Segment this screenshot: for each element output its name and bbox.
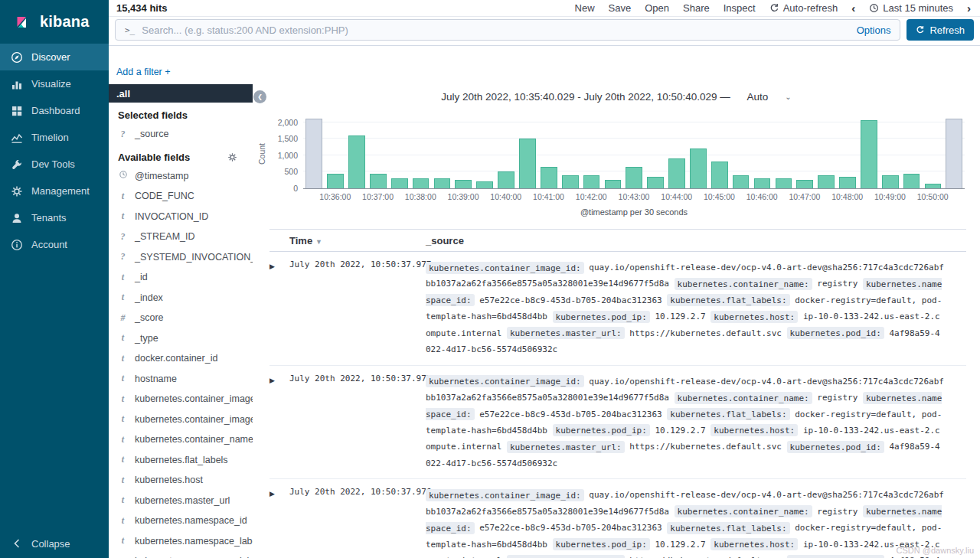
histogram-bar[interactable]	[562, 175, 579, 188]
histogram-bar[interactable]	[391, 178, 408, 188]
management-icon	[11, 185, 23, 197]
options-button[interactable]: Options	[857, 24, 891, 36]
histogram-bar[interactable]	[668, 158, 685, 188]
histogram-bar[interactable]	[498, 171, 514, 188]
field-item-kubernetes.flat_labels[interactable]: tkubernetes.flat_labels	[109, 450, 253, 471]
source-field-key: kubernetes.pod_ip:	[553, 311, 650, 323]
field-item-kubernetes.master_url[interactable]: tkubernetes.master_url	[109, 491, 253, 511]
histogram-bar[interactable]	[796, 180, 813, 188]
histogram-bar[interactable]	[903, 174, 920, 188]
watermark: CSDN @dawnsky.liu	[897, 546, 974, 555]
histogram-bar[interactable]	[455, 180, 472, 188]
histogram-bar[interactable]	[818, 175, 835, 188]
field-item-kubernetes.container_image...[interactable]: tkubernetes.container_image...	[109, 410, 253, 430]
histogram-bar[interactable]	[605, 180, 622, 188]
histogram-bar[interactable]	[647, 177, 664, 188]
histogram-bar[interactable]	[626, 167, 642, 188]
new-menu-button[interactable]: New	[575, 2, 595, 14]
field-name: INVOCATION_ID	[135, 211, 208, 222]
histogram-bar[interactable]	[839, 177, 856, 188]
sidebar-item-account[interactable]: Account	[0, 231, 109, 258]
histogram-bar[interactable]	[583, 175, 600, 188]
field-item-@timestamp[interactable]: @timestamp	[109, 166, 253, 187]
add-filter-button[interactable]: Add a filter +	[116, 67, 171, 77]
histogram-bar[interactable]	[733, 175, 750, 188]
refresh-button[interactable]: Refresh	[906, 19, 974, 41]
selected-fields-heading: Selected fields	[109, 103, 253, 124]
field-item-_STREAM_ID[interactable]: ?_STREAM_ID	[109, 227, 253, 247]
sidebar-item-management[interactable]: Management	[0, 178, 109, 204]
sidebar-item-timelion[interactable]: Timelion	[0, 124, 109, 151]
source-field-key: kubernetes.master_url:	[507, 555, 625, 558]
collapse-nav-button[interactable]: Collapse	[0, 529, 109, 558]
time-picker-button[interactable]: Last 15 minutes	[869, 2, 953, 14]
field-item-_index[interactable]: t_index	[109, 288, 253, 308]
sidebar-item-label: Tenants	[31, 212, 67, 224]
index-pattern-selector[interactable]: .all	[109, 84, 253, 103]
histogram-bar[interactable]	[327, 174, 344, 188]
sidebar-item-tenants[interactable]: Tenants	[0, 204, 109, 231]
histogram-bar[interactable]	[413, 178, 430, 188]
field-settings-gear-icon[interactable]	[227, 152, 237, 162]
field-item-_id[interactable]: t_id	[109, 267, 253, 288]
time-forward-button[interactable]: ›	[967, 2, 971, 14]
histogram-bar[interactable]	[776, 178, 792, 188]
histogram-bar[interactable]	[519, 139, 536, 188]
histogram-bar[interactable]	[882, 175, 899, 188]
app-sidebar: kibana DiscoverVisualizeDashboardTimelio…	[0, 0, 109, 558]
histogram-bar[interactable]	[434, 178, 451, 188]
field-item-docker.container_id[interactable]: tdocker.container_id	[109, 348, 253, 369]
field-name: _index	[135, 292, 163, 303]
source-field-key: kubernetes.container_name:	[675, 392, 812, 404]
histogram-bar[interactable]	[861, 120, 877, 188]
sidebar-item-discover[interactable]: Discover	[0, 44, 109, 70]
collapse-fields-panel-button[interactable]: ❮	[253, 90, 266, 103]
field-item-INVOCATION_ID[interactable]: tINVOCATION_ID	[109, 207, 253, 227]
histogram-bar[interactable]	[370, 174, 387, 188]
field-item-kubernetes.namespace_id[interactable]: tkubernetes.namespace_id	[109, 511, 253, 531]
interval-dropdown[interactable]: Auto ⌄	[747, 91, 792, 103]
field-item-kubernetes.container_image[interactable]: tkubernetes.container_image	[109, 389, 253, 410]
kibana-logo[interactable]: kibana	[0, 0, 109, 44]
time-column-header[interactable]: Time▼	[289, 230, 426, 252]
field-name: _source	[135, 129, 168, 139]
field-item-CODE_FUNC[interactable]: tCODE_FUNC	[109, 186, 253, 207]
x-tick-label: 10:36:00	[319, 192, 351, 201]
field-item-kubernetes.container_name[interactable]: tkubernetes.container_name	[109, 429, 253, 450]
field-item-_type[interactable]: t_type	[109, 328, 253, 349]
main-area: 15,434 hits NewSaveOpenShareInspect Auto…	[109, 0, 980, 558]
sidebar-item-dev-tools[interactable]: Dev Tools	[0, 151, 109, 178]
field-item-kubernetes.host[interactable]: tkubernetes.host	[109, 470, 253, 491]
histogram-bar[interactable]	[476, 181, 493, 188]
search-bar[interactable]: >_ Options	[115, 19, 900, 41]
field-item-kubernetes.namespace_labe...[interactable]: tkubernetes.namespace_labe...	[109, 551, 253, 558]
field-name: @timestamp	[135, 171, 188, 181]
expand-row-icon[interactable]: ▶	[270, 377, 275, 384]
histogram-bar[interactable]	[541, 167, 557, 188]
refresh-icon	[916, 25, 925, 34]
field-item-_SYSTEMD_INVOCATION_ID[interactable]: ?_SYSTEMD_INVOCATION_ID	[109, 247, 253, 268]
save-menu-button[interactable]: Save	[609, 2, 632, 14]
field-item-hostname[interactable]: thostname	[109, 369, 253, 390]
histogram-bar[interactable]	[754, 178, 771, 188]
inspect-menu-button[interactable]: Inspect	[724, 2, 756, 14]
histogram-bar[interactable]	[925, 184, 942, 188]
share-menu-button[interactable]: Share	[683, 2, 710, 14]
search-input[interactable]	[142, 24, 849, 36]
expand-row-icon[interactable]: ▶	[270, 263, 275, 270]
sidebar-item-visualize[interactable]: Visualize	[0, 70, 109, 97]
field-item-kubernetes.namespace_labe...[interactable]: tkubernetes.namespace_labe...	[109, 531, 253, 552]
histogram-bar[interactable]	[305, 119, 322, 188]
field-item-_score[interactable]: #_score	[109, 308, 253, 328]
histogram-bar[interactable]	[690, 148, 707, 188]
auto-refresh-button[interactable]: Auto-refresh	[769, 2, 838, 14]
histogram-bar[interactable]	[946, 119, 962, 188]
expand-row-icon[interactable]: ▶	[270, 490, 275, 498]
sidebar-item-dashboard[interactable]: Dashboard	[0, 97, 109, 124]
open-menu-button[interactable]: Open	[645, 2, 669, 14]
field-item-_source[interactable]: ?_source	[109, 124, 253, 145]
time-back-button[interactable]: ‹	[851, 2, 855, 14]
field-type-icon: t	[118, 332, 128, 344]
histogram-bar[interactable]	[711, 162, 728, 188]
histogram-bar[interactable]	[348, 135, 365, 188]
